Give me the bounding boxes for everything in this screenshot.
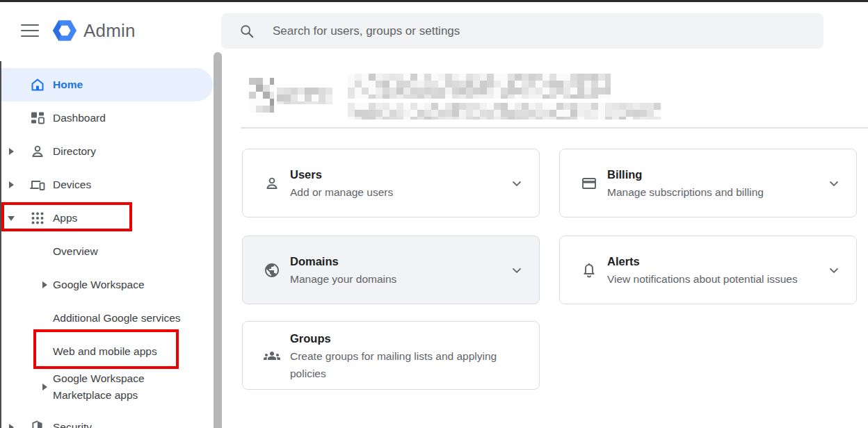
chevron-down-icon[interactable] xyxy=(507,174,527,193)
sidebar-item-home[interactable]: Home xyxy=(0,68,213,101)
section-divider xyxy=(241,127,868,129)
shield-icon xyxy=(22,419,53,428)
sidebar-item-label: Dashboard xyxy=(53,112,106,124)
search-bar[interactable] xyxy=(221,13,823,49)
sidebar-item-label: Google Workspace xyxy=(53,277,145,293)
card-description: Manage subscriptions and billing xyxy=(607,183,817,201)
redacted-avatar xyxy=(249,78,274,113)
redacted-text xyxy=(348,74,611,99)
admin-logo[interactable]: Admin xyxy=(53,19,136,42)
expand-right-icon xyxy=(0,424,22,428)
sidebar-item-label: Overview xyxy=(53,243,98,260)
sidebar-item-apps-overview[interactable]: Overview xyxy=(0,235,213,268)
search-input[interactable] xyxy=(273,24,810,38)
card-title: Groups xyxy=(290,329,520,347)
sidebar-item-label: Additional Google services xyxy=(53,310,181,327)
card-domains[interactable]: Domains Manage your domains xyxy=(242,236,540,304)
sidebar-item-apps[interactable]: Apps xyxy=(0,201,213,235)
expand-right-icon xyxy=(36,384,53,390)
sidebar-item-label: Devices xyxy=(53,179,91,191)
chevron-down-icon[interactable] xyxy=(507,261,527,280)
sidebar-item-gw-marketplace-apps[interactable]: Google Workspace Marketplace apps xyxy=(0,368,213,406)
sidebar-item-label: Web and mobile apps xyxy=(53,343,157,360)
sidebar-item-label: Apps xyxy=(53,212,77,224)
expand-down-icon xyxy=(0,216,22,221)
dashboard-icon xyxy=(22,110,53,126)
card-title: Billing xyxy=(607,165,817,183)
window-left-edge xyxy=(0,61,1,428)
devices-icon xyxy=(22,176,53,193)
sidebar-item-google-workspace[interactable]: Google Workspace xyxy=(0,268,213,302)
redacted-text xyxy=(277,88,332,104)
redacted-text xyxy=(348,103,661,120)
users-icon xyxy=(264,175,280,192)
card-billing[interactable]: Billing Manage subscriptions and billing xyxy=(559,149,857,217)
search-icon xyxy=(239,24,255,39)
expand-right-icon xyxy=(36,281,53,288)
window-top-strip xyxy=(0,0,868,2)
sidebar-scrollbar-thumb[interactable] xyxy=(214,52,222,428)
card-description: View notifications about potential issue… xyxy=(607,270,817,288)
card-description: Add or manage users xyxy=(290,183,500,201)
expand-right-icon xyxy=(0,181,22,188)
groups-icon xyxy=(264,347,280,364)
sidebar-nav: Home Dashboard Directory xyxy=(0,61,213,428)
home-icon xyxy=(22,76,53,93)
card-title: Alerts xyxy=(607,252,817,270)
main-content: Users Add or manage users Billing Manage… xyxy=(223,61,868,428)
sidebar-item-label: Google Workspace Marketplace apps xyxy=(53,370,171,404)
expand-right-icon xyxy=(0,148,22,155)
admin-hexagon-icon xyxy=(53,19,77,42)
globe-icon xyxy=(264,262,280,279)
sidebar-item-devices[interactable]: Devices xyxy=(0,168,213,201)
card-description: Manage your domains xyxy=(290,270,500,288)
bell-icon xyxy=(581,262,597,279)
sidebar-item-label: Security xyxy=(53,421,92,428)
card-groups[interactable]: Groups Create groups for mailing lists a… xyxy=(242,321,540,390)
card-title: Users xyxy=(290,165,500,183)
sidebar-item-security[interactable]: Security xyxy=(0,411,213,428)
app-title: Admin xyxy=(83,20,136,42)
card-title: Domains xyxy=(290,252,500,270)
apps-grid-icon xyxy=(22,210,53,227)
sidebar-item-directory[interactable]: Directory xyxy=(0,135,213,168)
chevron-down-icon[interactable] xyxy=(824,174,844,193)
sidebar-item-label: Directory xyxy=(53,145,96,158)
sidebar-item-dashboard[interactable]: Dashboard xyxy=(0,101,213,135)
card-users[interactable]: Users Add or manage users xyxy=(242,149,540,217)
card-alerts[interactable]: Alerts View notifications about potentia… xyxy=(559,236,857,304)
sidebar-item-label: Home xyxy=(53,79,83,91)
card-description: Create groups for mailing lists and appl… xyxy=(290,347,520,382)
billing-card-icon xyxy=(581,175,597,192)
topbar: Admin xyxy=(0,2,868,61)
hamburger-menu-icon[interactable] xyxy=(21,23,39,38)
sidebar-item-web-and-mobile-apps[interactable]: Web and mobile apps xyxy=(0,335,213,368)
sidebar-item-additional-google-services[interactable]: Additional Google services xyxy=(0,302,213,335)
chevron-down-icon[interactable] xyxy=(824,261,844,280)
person-icon xyxy=(22,143,53,160)
